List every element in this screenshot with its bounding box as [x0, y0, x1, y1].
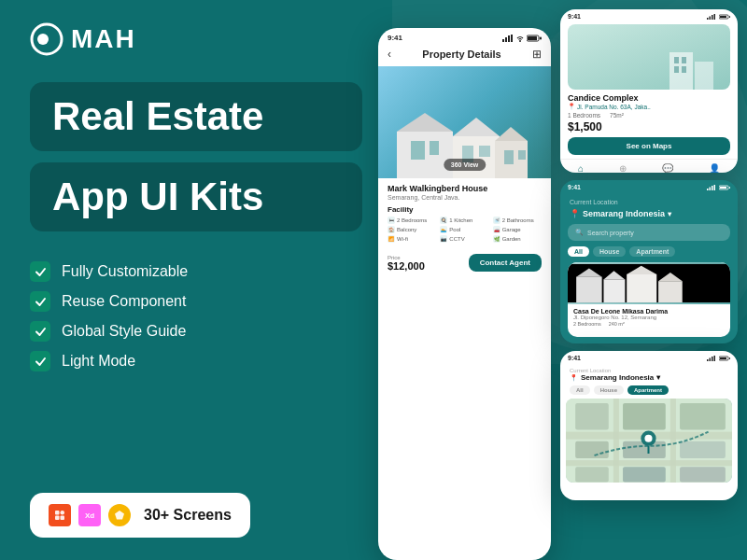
svg-rect-42: [674, 66, 679, 73]
svg-point-82: [644, 435, 652, 442]
feature-label-3: Global Style Guide: [62, 323, 186, 340]
feature-item-1: Fully Customizable: [30, 261, 362, 282]
phone-right-top: 9:41: [560, 9, 738, 173]
bookmark-icon[interactable]: ⊞: [532, 48, 542, 61]
svg-rect-50: [729, 187, 730, 189]
teal-property-info: Casa De Leone Mikasa Darima Jl. Diponego…: [568, 304, 730, 330]
profile-nav-icon[interactable]: 👤: [709, 163, 720, 173]
filter-tabs-mid: All House Apartment: [560, 246, 738, 262]
feature-item-3: Global Style Guide: [30, 321, 362, 342]
svg-rect-74: [680, 403, 726, 429]
status-time-center: 9:41: [388, 34, 402, 42]
feature-label-1: Fully Customizable: [62, 263, 188, 280]
features-list: Fully Customizable Reuse Component Globa…: [30, 261, 362, 371]
battery-icon-top: [719, 14, 730, 20]
status-time-mid: 9:41: [568, 184, 581, 190]
filter-tab-house-mid[interactable]: House: [593, 246, 626, 257]
nav-bar-top: ⌂ ⊕ 💬 👤: [560, 159, 738, 173]
svg-rect-40: [674, 57, 679, 63]
see-on-maps-button[interactable]: See on Maps: [568, 137, 730, 155]
teal-property-name: Casa De Leone Mikasa Darima: [573, 308, 725, 315]
svg-rect-39: [695, 62, 713, 90]
signal-icon-bot: [707, 356, 716, 361]
chat-nav-icon[interactable]: 💬: [662, 163, 673, 173]
bot-tab-house[interactable]: House: [594, 385, 624, 395]
svg-rect-47: [714, 185, 716, 190]
search-bar-mid[interactable]: 🔍 Search property: [568, 224, 730, 241]
contact-agent-button[interactable]: Contact Agent: [469, 254, 542, 272]
home-nav-icon[interactable]: ⌂: [578, 163, 584, 173]
svg-rect-71: [670, 399, 676, 483]
facility-cctv: 📷 CCTV: [440, 235, 488, 243]
svg-rect-17: [528, 36, 537, 40]
svg-point-15: [519, 40, 521, 42]
phone-center: 9:41: [378, 28, 551, 560]
battery-icon-mid: [719, 185, 730, 190]
svg-marker-20: [397, 113, 453, 132]
location-pin-icon: 📍: [568, 103, 575, 110]
filter-tab-all-mid[interactable]: All: [568, 246, 589, 257]
phone-right-column: 9:41: [560, 9, 738, 551]
teal-property-card: Casa De Leone Mikasa Darima Jl. Diponego…: [568, 262, 730, 337]
teal-area: 240 m²: [609, 321, 625, 327]
svg-rect-65: [720, 357, 726, 359]
svg-rect-70: [613, 399, 619, 483]
svg-rect-11: [502, 39, 504, 42]
svg-rect-56: [627, 274, 656, 302]
candice-area: 75m²: [610, 112, 624, 119]
teal-property-loc: Jl. Diponegoro No. 12, Semarang: [573, 315, 725, 320]
svg-marker-24: [453, 118, 500, 136]
svg-rect-75: [575, 441, 609, 458]
screen-count: 30+ Screens: [144, 507, 232, 524]
svg-rect-9: [61, 516, 65, 521]
feature-item-4: Light Mode: [30, 351, 362, 371]
feature-check-3: [30, 321, 50, 342]
phone-detail-header: ‹ Property Details ⊞: [378, 44, 551, 66]
xd-label: Xd: [85, 511, 94, 520]
location-value-mid: 📍 Semarang Indonesia ▾: [560, 209, 738, 218]
xd-icon: Xd: [78, 504, 101, 526]
property-info: Mark Walkingberd House Semarang, Central…: [378, 178, 551, 254]
chevron-down-mid-icon[interactable]: ▾: [668, 210, 671, 218]
signal-icon-mid: [707, 185, 716, 190]
svg-rect-66: [729, 357, 730, 359]
left-panel: MAH Real Estate App UI Kits Fully Custom…: [0, 0, 392, 560]
status-bar-center: 9:41: [378, 28, 551, 44]
property-location: Semarang, Central Java.: [388, 194, 542, 201]
battery-icon: [527, 35, 542, 42]
logo-area: MAH: [30, 22, 362, 56]
phone-right-bot: 9:41 Current Location: [560, 351, 738, 500]
hero-title-box-2: App UI Kits: [30, 162, 362, 231]
hero-title-box-1: Real Estate: [30, 82, 362, 151]
svg-rect-37: [729, 16, 730, 18]
facility-wifi: 📶 Wi-fi: [388, 235, 436, 243]
teal-bedrooms: 2 Bedrooms: [573, 321, 601, 327]
svg-rect-34: [714, 14, 716, 20]
filter-tab-apartment-mid[interactable]: Apartment: [629, 246, 675, 257]
feature-check-2: [30, 291, 50, 312]
check-icon-2: [35, 296, 47, 308]
bot-tab-apartment[interactable]: Apartment: [627, 385, 669, 395]
garage-icon: 🚗: [493, 226, 500, 233]
candice-bedrooms: 1 Bedrooms: [568, 112, 600, 119]
feature-item-2: Reuse Component: [30, 291, 362, 312]
property-name: Mark Walkingberd House: [388, 184, 542, 193]
candice-location: 📍 Jl. Pamuda No. 63A, Jaka..: [568, 103, 730, 110]
hero-title-line1: Real Estate: [52, 95, 340, 138]
search-nav-icon[interactable]: ⊕: [619, 163, 627, 173]
svg-rect-30: [518, 150, 526, 160]
price-value: $12,000: [388, 260, 425, 272]
tool-icons: Xd: [49, 504, 131, 526]
svg-rect-79: [623, 467, 666, 482]
facility-grid: 🛏 2 Bedrooms 🍳 1 Kitchen 🚿 2 Bathrooms 🏠…: [388, 217, 542, 243]
sketch-icon: [108, 504, 131, 526]
svg-rect-73: [623, 403, 666, 429]
svg-rect-61: [710, 357, 712, 361]
feature-check-4: [30, 351, 50, 371]
wifi-facility-icon: 📶: [388, 235, 395, 243]
candice-info: Candice Complex 📍 Jl. Pamuda No. 63A, Ja…: [568, 93, 730, 133]
bot-tab-all[interactable]: All: [570, 385, 590, 395]
back-icon[interactable]: ‹: [388, 48, 391, 61]
figma-icon: [49, 504, 71, 526]
chevron-down-bot-icon[interactable]: ▾: [656, 373, 660, 382]
